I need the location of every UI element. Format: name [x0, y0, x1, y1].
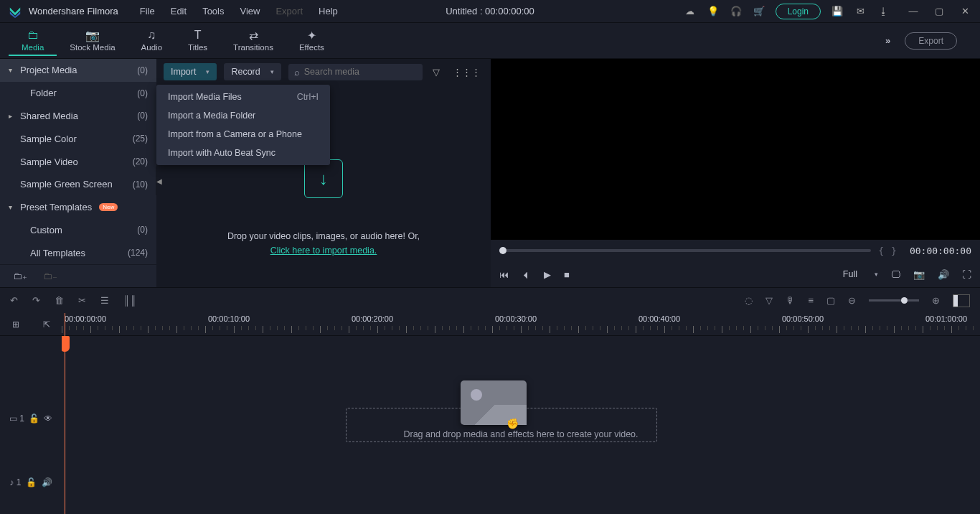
- import-dropdown[interactable]: Import▾: [164, 63, 217, 80]
- mixer-icon[interactable]: ≡: [808, 295, 814, 306]
- mark-in-icon[interactable]: {: [878, 246, 884, 256]
- mail-icon[interactable]: ✉: [854, 5, 867, 18]
- timeline-ruler[interactable]: 00:00:00:00 00:00:10:00 00:00:20:00 00:0…: [62, 313, 980, 336]
- voiceover-icon[interactable]: 🎙: [786, 295, 795, 306]
- preview-scrubber[interactable]: [499, 249, 871, 252]
- cart-icon[interactable]: 🛒: [753, 5, 765, 18]
- tab-media[interactable]: 🗀Media: [9, 26, 57, 56]
- import-media-folder[interactable]: Import a Media Folder: [156, 106, 330, 125]
- timeline-view-toggle[interactable]: [953, 294, 970, 307]
- tab-transitions[interactable]: ⇄Transitions: [220, 26, 286, 56]
- cloud-icon[interactable]: ☁: [684, 5, 697, 18]
- playhead-handle[interactable]: [62, 336, 70, 352]
- delete-icon[interactable]: 🗑: [55, 295, 64, 306]
- preview-video[interactable]: [491, 59, 980, 240]
- maximize-icon[interactable]: ▢: [933, 5, 946, 18]
- zoom-out-icon[interactable]: ⊖: [848, 295, 856, 306]
- new-badge: New: [99, 203, 118, 211]
- keyframe-icon[interactable]: ▢: [826, 295, 835, 306]
- marker-icon[interactable]: ▽: [765, 295, 773, 306]
- tab-effects[interactable]: ✦Effects: [286, 26, 337, 56]
- magnet-icon[interactable]: ⇱: [43, 319, 50, 330]
- tab-audio[interactable]: ♫Audio: [128, 26, 175, 56]
- menu-help[interactable]: Help: [311, 3, 345, 19]
- record-dropdown[interactable]: Record▾: [224, 63, 281, 80]
- export-button[interactable]: Export: [905, 32, 957, 50]
- new-folder-icon[interactable]: 🗀₊: [13, 271, 27, 281]
- redo-icon[interactable]: ↷: [32, 295, 40, 306]
- split-icon[interactable]: ✂: [78, 295, 86, 306]
- eye-icon[interactable]: 👁: [44, 413, 52, 424]
- playhead[interactable]: [65, 313, 65, 514]
- audio-adjust-icon[interactable]: ║║: [123, 295, 136, 306]
- speaker-icon[interactable]: 🔊: [42, 477, 52, 487]
- prev-frame-icon[interactable]: ⏮: [499, 269, 509, 280]
- minimize-icon[interactable]: —: [907, 5, 920, 18]
- preview-scrub-thumb[interactable]: [499, 247, 507, 254]
- delete-folder-icon[interactable]: 🗀₋: [43, 271, 57, 281]
- volume-icon[interactable]: 🔊: [938, 269, 949, 280]
- crop-icon[interactable]: ☰: [100, 295, 109, 306]
- sidebar-item-sample-video[interactable]: Sample Video(20): [0, 150, 156, 173]
- timeline-body[interactable]: 00:00:00:00 00:00:10:00 00:00:20:00 00:0…: [62, 313, 980, 514]
- media-sidebar: ▾Project Media(0) Folder(0) ▸Shared Medi…: [0, 59, 156, 287]
- video-track-icon: ▭ 1: [9, 413, 24, 424]
- save-icon[interactable]: 💾: [831, 5, 844, 18]
- undo-icon[interactable]: ↶: [10, 295, 18, 306]
- zoom-thumb[interactable]: [901, 297, 908, 304]
- sidebar-item-sample-green-screen[interactable]: Sample Green Screen(10): [0, 173, 156, 196]
- chevron-right-icon: ▸: [9, 112, 16, 120]
- login-button[interactable]: Login: [776, 4, 821, 19]
- play-icon[interactable]: ▶: [544, 269, 551, 280]
- step-back-icon[interactable]: ⏴: [522, 269, 531, 280]
- filter-icon[interactable]: ▽: [430, 67, 443, 78]
- audio-track-1[interactable]: [62, 472, 980, 501]
- audio-track-header[interactable]: ♪ 1 🔓 🔊: [0, 450, 62, 514]
- sidebar-item-project-media[interactable]: ▾Project Media(0): [0, 59, 156, 82]
- sidebar-item-folder[interactable]: Folder(0): [0, 82, 156, 105]
- chevron-down-icon: ▾: [206, 68, 209, 75]
- snapshot-icon[interactable]: 📷: [913, 269, 925, 280]
- tab-stock-media[interactable]: 📷Stock Media: [57, 26, 128, 56]
- bulb-icon[interactable]: 💡: [707, 5, 720, 18]
- video-track-header[interactable]: ▭ 1 🔓 👁: [0, 386, 62, 450]
- zoom-in-icon[interactable]: ⊕: [932, 295, 940, 306]
- folder-icon: 🗀: [27, 29, 39, 42]
- lock-icon[interactable]: 🔓: [26, 477, 37, 487]
- menu-view[interactable]: View: [232, 3, 267, 19]
- render-preview-icon[interactable]: ◌: [745, 295, 753, 306]
- sidebar-item-custom[interactable]: Custom(0): [0, 219, 156, 242]
- menu-file[interactable]: File: [133, 3, 162, 19]
- grid-view-icon[interactable]: ⋮⋮⋮: [450, 67, 484, 78]
- tab-titles[interactable]: TTitles: [175, 26, 220, 56]
- stop-icon[interactable]: ■: [564, 269, 570, 280]
- search-input[interactable]: [304, 67, 417, 77]
- close-icon[interactable]: ✕: [958, 5, 971, 18]
- sidebar-item-preset-templates[interactable]: ▾Preset TemplatesNew: [0, 196, 156, 219]
- import-from-camera[interactable]: Import from a Camera or a Phone: [156, 125, 330, 144]
- preview-quality-icon[interactable]: 🖵: [891, 269, 900, 280]
- timeline-toolbar: ↶ ↷ 🗑 ✂ ☰ ║║ ◌ ▽ 🎙 ≡ ▢ ⊖ ⊕: [0, 287, 980, 313]
- import-link[interactable]: Click here to import media.: [270, 246, 377, 256]
- fullscreen-icon[interactable]: ⛶: [962, 269, 971, 280]
- zoom-slider[interactable]: [869, 299, 919, 302]
- sidebar-item-sample-color[interactable]: Sample Color(25): [0, 127, 156, 150]
- collapse-sidebar-handle[interactable]: ◀: [156, 167, 163, 195]
- headphones-icon[interactable]: 🎧: [730, 5, 743, 18]
- app-name: Wondershare Filmora: [29, 6, 118, 17]
- lock-icon[interactable]: 🔓: [29, 413, 39, 424]
- menu-edit[interactable]: Edit: [164, 3, 194, 19]
- timeline: ⊞ ⇱ ▭ 1 🔓 👁 ♪ 1 🔓 🔊 00:00:00:00 00:00:10…: [0, 313, 980, 514]
- import-auto-beat-sync[interactable]: Import with Auto Beat Sync: [156, 144, 330, 162]
- import-drop-icon[interactable]: ↓: [304, 159, 343, 198]
- sidebar-item-shared-media[interactable]: ▸Shared Media(0): [0, 105, 156, 128]
- search-box[interactable]: ⌕: [288, 64, 423, 80]
- track-manager-icon[interactable]: ⊞: [12, 319, 19, 330]
- menu-tools[interactable]: Tools: [195, 3, 231, 19]
- expand-tabs-icon[interactable]: »: [877, 31, 897, 50]
- import-media-files[interactable]: Import Media FilesCtrl+I: [156, 88, 330, 106]
- preview-fit-dropdown[interactable]: Full▾: [843, 269, 878, 279]
- sidebar-item-all-templates[interactable]: All Templates(124): [0, 241, 156, 264]
- download-icon[interactable]: ⭳: [877, 5, 890, 18]
- mark-out-icon[interactable]: }: [891, 246, 897, 256]
